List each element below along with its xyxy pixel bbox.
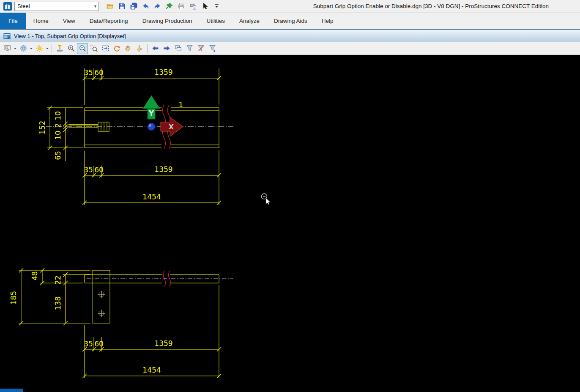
tab-utilities[interactable]: Utilities: [199, 13, 232, 29]
chevron-down-icon: [14, 47, 17, 50]
walk-button[interactable]: [134, 43, 145, 54]
drawing-viewport[interactable]: 35 60 1359 152 10 2 10 65 35 60: [0, 55, 580, 392]
dim-text: 2: [54, 123, 62, 128]
dim-text: 138: [54, 297, 62, 310]
display-style-button[interactable]: [18, 43, 29, 54]
toolbar-separator: [52, 44, 52, 53]
toolbar-separator: [147, 44, 148, 53]
adjust-brightness-dropdown[interactable]: [45, 43, 49, 54]
chevron-down-icon[interactable]: ▼: [92, 2, 98, 11]
copy-view-button[interactable]: [172, 43, 183, 54]
view-window-titlebar[interactable]: View 1 - Top, Subpart Grip Option [Displ…: [0, 29, 580, 42]
dim-text: 35: [84, 166, 93, 174]
fit-view-button[interactable]: [100, 43, 111, 54]
select-cursor-icon: [201, 3, 208, 10]
dim-text: 60: [94, 340, 104, 348]
rotate-view-icon: [113, 44, 121, 52]
dim-text: 10: [54, 111, 62, 120]
tab-view[interactable]: View: [56, 13, 82, 29]
clip-tool-button[interactable]: [54, 43, 65, 54]
tab-drawing-aids[interactable]: Drawing Aids: [267, 13, 315, 29]
ribbon-tab-bar: File Home View Data/Reporting Drawing Pr…: [0, 13, 580, 29]
view-toolbar: [0, 42, 580, 55]
dim-text: 60: [94, 68, 104, 77]
undo-button[interactable]: [140, 1, 150, 11]
top-view-geometry: [68, 108, 219, 148]
tab-home[interactable]: Home: [26, 13, 56, 29]
app-icon: [3, 2, 12, 11]
toolbar-options-icon: [213, 3, 220, 10]
zoom-out-button[interactable]: [77, 43, 88, 54]
axis-y-label: Y: [148, 109, 154, 117]
status-bar-stub: [0, 389, 23, 392]
save-button[interactable]: [117, 1, 127, 11]
view-next-button[interactable]: [161, 43, 172, 54]
dim-text: 22: [54, 275, 62, 285]
pointing-hand-icon: [136, 44, 144, 52]
print-button[interactable]: [176, 1, 186, 11]
cad-drawing: 35 60 1359 152 10 2 10 65 35 60: [0, 55, 580, 392]
dim-text: 48: [30, 271, 39, 280]
rotate-view-button[interactable]: [111, 43, 122, 54]
workspace-combobox[interactable]: Steel ▼: [14, 2, 99, 11]
print-batch-button[interactable]: [188, 1, 198, 11]
dim-text: 185: [9, 291, 18, 305]
origin-point[interactable]: [148, 123, 155, 131]
part-number-label: 1: [179, 101, 183, 109]
clip-volume-button[interactable]: [184, 43, 195, 54]
section-clip-button[interactable]: [207, 43, 218, 54]
view-next-icon: [163, 44, 171, 52]
application-window: Steel ▼: [0, 0, 580, 392]
toolbar-options-button[interactable]: [211, 1, 222, 11]
dim-text: 1454: [142, 193, 161, 201]
workspace-combobox-value: Steel: [17, 3, 92, 9]
redo-icon: [154, 3, 161, 10]
dim-text: 1359: [154, 68, 172, 76]
save-all-button[interactable]: [129, 1, 139, 11]
dim-text: 60: [94, 166, 104, 174]
print-batch-icon: [189, 3, 197, 10]
axis-y-arrow[interactable]: Y: [143, 95, 160, 119]
tab-data-reporting[interactable]: Data/Reporting: [82, 13, 135, 29]
pan-hand-icon: [124, 44, 132, 52]
pin-button[interactable]: [164, 1, 174, 11]
pan-view-button[interactable]: [123, 43, 134, 54]
adjust-brightness-button[interactable]: [34, 43, 45, 54]
view-attributes-button[interactable]: [2, 43, 13, 54]
save-all-icon: [130, 3, 137, 10]
zoom-out-icon: [79, 44, 87, 52]
zoom-in-button[interactable]: [66, 43, 77, 54]
view-window-icon: [3, 33, 11, 40]
clip-tool-icon: [56, 44, 64, 52]
zoom-in-icon: [67, 44, 75, 52]
clip-mask-button[interactable]: [195, 43, 206, 54]
redo-button[interactable]: [152, 1, 162, 11]
fit-view-icon: [101, 44, 109, 52]
tab-drawing-production[interactable]: Drawing Production: [135, 13, 200, 29]
tab-file[interactable]: File: [0, 13, 26, 29]
view-previous-button[interactable]: [150, 43, 161, 54]
tab-analyze[interactable]: Analyze: [232, 13, 267, 29]
side-view-dimensions: 185 48 22 138 35 60 1359 1454: [9, 268, 221, 378]
open-folder-icon: [107, 3, 114, 10]
open-folder-button[interactable]: [105, 1, 115, 11]
dim-text: 35: [84, 340, 93, 348]
view-attributes-dropdown[interactable]: [13, 43, 17, 54]
window-area-icon: [90, 44, 98, 52]
pin-icon: [166, 3, 173, 10]
chevron-down-icon: [30, 47, 33, 50]
dim-text: 1359: [154, 165, 172, 174]
dim-text: 65: [54, 151, 62, 160]
axis-x-label: X: [169, 123, 174, 131]
cursor: [262, 194, 271, 205]
dim-text: 1454: [142, 366, 161, 374]
side-view-geometry: [85, 270, 219, 323]
tab-help[interactable]: Help: [315, 13, 341, 29]
select-cursor-button[interactable]: [200, 1, 210, 11]
window-area-button[interactable]: [88, 43, 99, 54]
view-previous-icon: [151, 44, 159, 52]
display-style-dropdown[interactable]: [29, 43, 33, 54]
view-attributes-icon: [3, 44, 11, 52]
chevron-down-icon: [46, 47, 49, 50]
axis-x-arrow[interactable]: X: [161, 117, 183, 136]
